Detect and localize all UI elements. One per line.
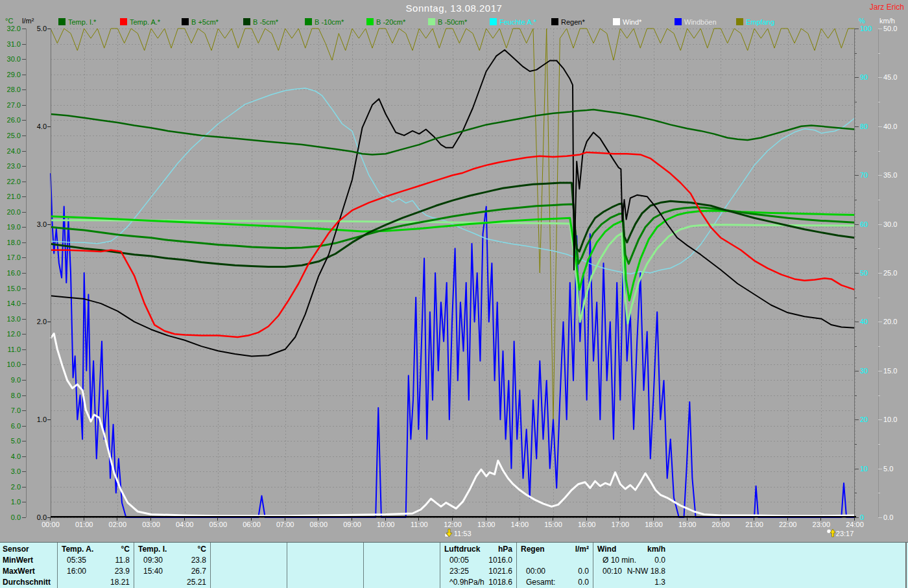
wind-axis-tick — [878, 126, 882, 127]
temp-axis-tick-label: 25.0 — [1, 132, 21, 139]
time-axis-tick-label: 22:00 — [774, 521, 802, 528]
time-axis-tick-label: 16:00 — [573, 521, 601, 528]
table-header-value: hPa — [498, 544, 516, 555]
table-durchschnitt: ^0.9hPa/h1018.6 — [440, 577, 516, 588]
table-header-label: Temp. A. — [58, 544, 121, 555]
temp-axis-tick-label: 15.0 — [1, 285, 21, 292]
table-row-label-minwert: MinWert — [0, 555, 57, 566]
wind-axis-tick-label: 25.0 — [883, 269, 897, 277]
humidity-axis-tick — [855, 126, 859, 127]
temp-axis-tick-label: 27.0 — [1, 101, 21, 109]
humidity-axis-tick — [855, 469, 859, 469]
humidity-axis-tick — [855, 273, 859, 274]
temp-axis-tick-label: 4.0 — [1, 453, 21, 460]
wind-axis-tick — [878, 53, 880, 54]
time-axis-tick-label: 24:00 — [841, 521, 869, 528]
wind-axis-tick — [878, 102, 880, 102]
table-header-label: Temp. I. — [134, 544, 198, 555]
wind-axis-tick — [878, 77, 882, 78]
time-axis-tick-label: 00:00 — [36, 521, 65, 528]
humidity-axis-tick — [855, 419, 859, 420]
time-axis-tick-label: 17:00 — [606, 521, 634, 528]
humidity-axis-tick — [855, 298, 857, 298]
wind-axis-tick-label: 0.0 — [883, 513, 893, 521]
humidity-axis-tick-label: 30 — [860, 367, 868, 375]
time-axis-tick-label: 01:00 — [70, 521, 99, 528]
wind-axis-tick — [878, 29, 882, 29]
wind-axis-tick — [878, 444, 880, 445]
table-minwert-value: 23.8 — [191, 555, 210, 566]
table-header-label: Regen — [517, 544, 575, 555]
humidity-axis-tick — [855, 200, 857, 200]
table-header-value: km/h — [647, 544, 669, 555]
table-group-regen: Regenl/m²00:000.0Gesamt:0.0 — [516, 543, 593, 588]
table-group-empty — [287, 543, 363, 588]
table-group-empty — [210, 543, 287, 588]
table-maxwert-value: 23.9 — [115, 566, 134, 577]
table-maxwert: 00:10N-NW 18.8 — [593, 566, 669, 577]
table-maxwert: 15:4026.7 — [134, 566, 210, 577]
time-axis-tick-label: 18:00 — [639, 521, 668, 528]
humidity-axis-tick-label: 20 — [860, 416, 868, 423]
wind-axis-tick — [878, 493, 880, 493]
temp-axis-tick-label: 17.0 — [1, 253, 21, 261]
table-durchschnitt-value: 0.0 — [578, 577, 593, 588]
wind-axis-tick-label: 20.0 — [883, 318, 897, 325]
table-minwert-label: 05:35 — [58, 555, 115, 566]
table-maxwert-value: 26.7 — [191, 566, 210, 577]
wind-axis-tick-label: 30.0 — [883, 220, 897, 228]
wind-axis-tick — [878, 395, 880, 396]
event-marker-2: 23:17 — [826, 528, 854, 537]
time-axis-tick-label: 13:00 — [472, 521, 501, 528]
temp-axis-tick-label: 18.0 — [1, 239, 21, 246]
humidity-axis-tick — [855, 77, 859, 78]
humidity-axis-tick — [855, 151, 857, 152]
table-minwert: Ø 10 min.0.0 — [593, 555, 669, 566]
temp-axis-tick-label: 20.0 — [1, 208, 21, 216]
humidity-axis-tick-label: 60 — [860, 220, 868, 228]
humidity-axis-tick — [855, 322, 859, 322]
rain-axis-tick-label: 2.0 — [30, 318, 47, 325]
table-minwert-value: 0.0 — [654, 555, 669, 566]
table-durchschnitt-label — [593, 577, 654, 588]
wind-axis-tick-label: 10.0 — [883, 416, 897, 423]
table-durchschnitt-label — [134, 577, 187, 588]
chart-plot — [51, 29, 855, 517]
humidity-axis-tick-label: 90 — [860, 73, 868, 81]
time-axis-tick-label: 06:00 — [237, 521, 266, 528]
wind-axis-tick — [878, 517, 882, 518]
humidity-axis-tick-label: 40 — [860, 318, 868, 325]
table-durchschnitt: 18.21 — [58, 577, 134, 588]
wind-axis-tick-label: 35.0 — [883, 171, 897, 179]
humidity-axis-tick — [855, 517, 859, 518]
table-minwert-label: 09:30 — [134, 555, 191, 566]
time-axis-tick-label: 09:00 — [338, 521, 366, 528]
sun-down-marker-icon — [444, 528, 453, 537]
temp-axis-tick-label: 24.0 — [1, 147, 21, 155]
wind-axis-tick-label: 5.0 — [883, 465, 893, 473]
window-right-edge — [905, 543, 907, 588]
table-row-label-maxwert: MaxWert — [0, 566, 57, 577]
temp-axis-tick-label: 10.0 — [1, 360, 21, 368]
temp-axis-tick-label: 31.0 — [1, 40, 21, 48]
wind-axis-tick — [878, 248, 880, 249]
temp-axis-rail — [26, 29, 27, 517]
humidity-axis-tick — [855, 395, 857, 396]
humidity-axis-tick-label: 70 — [860, 171, 868, 179]
temp-axis-tick-label: 3.0 — [1, 467, 21, 475]
temp-axis-tick-label: 21.0 — [1, 193, 21, 200]
temp-axis-tick-label: 12.0 — [1, 330, 21, 338]
temp-axis-tick-label: 22.0 — [1, 178, 21, 185]
humidity-axis-tick — [855, 493, 857, 493]
rain-axis-tick-label: 5.0 — [30, 25, 47, 32]
time-axis-tick-label: 10:00 — [372, 521, 400, 528]
rain-axis-tick — [47, 224, 51, 225]
time-axis-tick-label: 05:00 — [204, 521, 232, 528]
table-row-label-durchschnitt: Durchschnitt — [0, 577, 57, 588]
wind-axis-tick — [878, 371, 882, 371]
temp-axis-tick-label: 29.0 — [1, 71, 21, 78]
temp-axis-tick-label: 16.0 — [1, 269, 21, 277]
table-group-tempi: Temp. I.°C09:3023.815:4026.725.21 — [134, 543, 210, 588]
rain-axis-tick-label: 4.0 — [30, 123, 47, 130]
wind-axis-tick-label: 50.0 — [883, 25, 897, 32]
